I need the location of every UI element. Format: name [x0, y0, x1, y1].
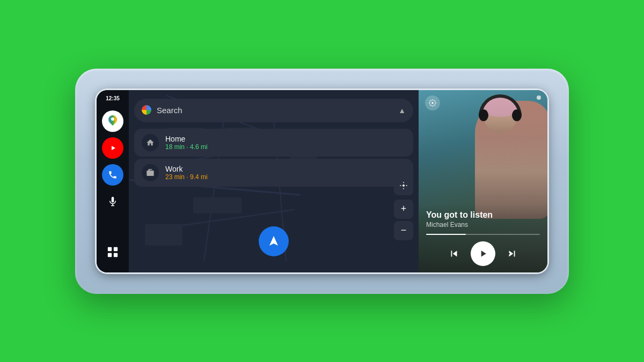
svg-rect-8	[114, 253, 118, 256]
destination-work[interactable]: Work 23 min · 9.4 mi	[134, 159, 413, 187]
home-info: Home 18 min · 4.6 mi	[165, 135, 208, 151]
home-detail: 18 min · 4.6 mi	[165, 143, 208, 151]
status-time: 12:35	[106, 95, 120, 101]
music-controls	[426, 241, 540, 266]
chevron-up-icon[interactable]: ▲	[398, 106, 406, 115]
svg-rect-2	[112, 197, 114, 203]
work-info: Work 23 min · 9.4 mi	[165, 165, 208, 181]
home-label: Home	[165, 135, 208, 143]
svg-rect-6	[114, 247, 118, 250]
sidebar-item-voice[interactable]	[102, 191, 123, 212]
location-button[interactable]	[394, 176, 413, 195]
music-settings-button[interactable]	[425, 95, 440, 110]
music-title: You got to listen	[426, 210, 540, 220]
next-button[interactable]	[506, 248, 518, 260]
destination-home[interactable]: Home 18 min · 4.6 mi	[134, 129, 413, 157]
work-label: Work	[165, 165, 208, 173]
music-top-icons	[419, 95, 547, 110]
google-maps-logo	[142, 105, 152, 116]
music-panel: You got to listen Michael Evans	[419, 90, 547, 272]
map-area: Search ▲ Home 18 min · 4.6 mi	[129, 90, 419, 272]
sidebar-item-maps[interactable]	[102, 110, 123, 132]
work-detail: 23 min · 9.4 mi	[165, 173, 208, 181]
home-icon	[142, 134, 159, 151]
zoom-out-button[interactable]: −	[394, 221, 413, 240]
nav-arrow[interactable]	[259, 226, 289, 256]
svg-rect-7	[108, 253, 112, 256]
svg-point-9	[402, 184, 405, 187]
progress-bar[interactable]	[426, 234, 540, 235]
work-icon	[142, 164, 159, 181]
music-content: You got to listen Michael Evans	[419, 204, 547, 272]
zoom-in-button[interactable]: +	[394, 200, 413, 219]
map-controls: + −	[394, 176, 413, 240]
sidebar: 12:35	[97, 90, 129, 272]
car-mount: 12:35	[75, 69, 569, 294]
music-artist: Michael Evans	[426, 221, 540, 228]
sidebar-item-youtube[interactable]	[102, 137, 123, 159]
search-input[interactable]: Search	[157, 106, 394, 115]
search-bar[interactable]: Search ▲	[134, 99, 413, 122]
sidebar-item-apps[interactable]	[102, 241, 123, 263]
svg-rect-5	[108, 247, 112, 250]
sidebar-item-phone[interactable]	[102, 164, 123, 186]
progress-fill	[426, 234, 466, 235]
prev-button[interactable]	[448, 248, 460, 260]
music-dot-indicator	[537, 95, 541, 100]
svg-point-10	[431, 102, 434, 104]
android-auto-screen: 12:35	[97, 90, 547, 272]
play-button[interactable]	[471, 241, 495, 266]
destination-cards: Home 18 min · 4.6 mi Work 23 min · 9.4 m…	[134, 129, 413, 187]
